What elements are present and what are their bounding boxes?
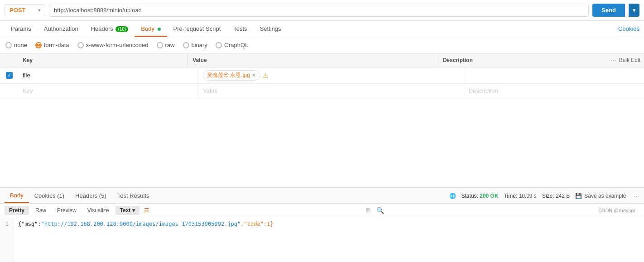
file-name: 灵魂莲华 永恩.jpg — [207, 71, 250, 79]
time-label: Time: 10.09 s — [504, 193, 537, 199]
tab-headers[interactable]: Headers (10) — [85, 21, 135, 37]
request-tabs: Params Authorization Headers (10) Body P… — [0, 21, 644, 37]
send-dropdown-button[interactable]: ▾ — [629, 4, 639, 17]
url-input[interactable] — [49, 4, 589, 17]
radio-urlencoded[interactable]: x-www-form-urlencoded — [77, 42, 149, 48]
status-code: 200 OK — [480, 193, 498, 199]
response-panel: Body Cookies (1) Headers (5) Test Result… — [0, 187, 644, 262]
format-visualize-button[interactable]: Visualize — [83, 206, 114, 215]
radio-none[interactable]: none — [5, 42, 27, 48]
radio-raw[interactable]: raw — [157, 42, 175, 48]
empty-table-row: Key Value Description — [0, 84, 644, 98]
body-type-radio-group: none form-data x-www-form-urlencoded raw… — [0, 37, 644, 53]
file-remove-icon[interactable]: ✕ — [252, 72, 256, 78]
format-pretty-button[interactable]: Pretty — [5, 206, 29, 215]
row-value-cell[interactable]: 灵魂莲华 永恩.jpg ✕ ⚠ — [198, 67, 464, 83]
response-tab-test-results[interactable]: Test Results — [112, 189, 155, 203]
text-format-chevron: ▾ — [132, 207, 135, 214]
empty-row-value[interactable]: Value — [198, 85, 464, 97]
tab-body[interactable]: Body — [135, 21, 167, 37]
code-url[interactable]: "http://192.168.200.128:9000/images/imag… — [41, 221, 241, 227]
format-lines-icon[interactable]: ☰ — [141, 205, 152, 215]
empty-row-key[interactable]: Key — [18, 84, 198, 98]
radio-graphql-circle — [216, 42, 222, 48]
csdn-badge: CSDN @mayupi — [598, 208, 639, 213]
cookies-link[interactable]: Cookies — [618, 21, 639, 37]
code-prefix: {"msg": — [18, 221, 41, 227]
size-label: Size: 242 B — [542, 193, 570, 199]
radio-form-data[interactable]: form-data — [35, 42, 69, 48]
table-header-check — [0, 53, 18, 67]
response-size: 242 B — [556, 193, 570, 199]
copy-icon[interactable]: ⎘ — [365, 206, 372, 215]
row-description-cell[interactable] — [464, 72, 644, 79]
radio-binary[interactable]: binary — [183, 42, 207, 48]
text-format-select[interactable]: Text ▾ — [115, 206, 140, 215]
row-checkbox-cell — [0, 72, 18, 79]
format-raw-button[interactable]: Raw — [31, 206, 51, 215]
bulk-edit-more-icon[interactable]: ··· — [611, 57, 616, 64]
table-header-description: Description — [438, 53, 608, 67]
tab-authorization[interactable]: Authorization — [38, 21, 85, 37]
table-header-actions: ··· Bulk Edit — [608, 53, 644, 67]
save-example-button[interactable]: 💾 Save as example — [575, 193, 626, 199]
method-label: POST — [10, 7, 25, 14]
tab-tests[interactable]: Tests — [227, 21, 253, 37]
format-toolbar: Pretty Raw Preview Visualize Text ▾ ☰ ⎘ … — [0, 204, 644, 217]
method-chevron: ▾ — [38, 8, 40, 13]
response-status-bar: 🌐 Status: 200 OK Time: 10.09 s Size: 242… — [449, 190, 639, 202]
body-dot — [158, 28, 161, 31]
line-number-gutter: 1 — [0, 217, 14, 262]
response-time: 10.09 s — [519, 193, 537, 199]
status-label: Status: 200 OK — [461, 193, 499, 199]
code-actions: ⎘ 🔍 — [365, 206, 386, 215]
tab-params[interactable]: Params — [5, 21, 38, 37]
tab-pre-request[interactable]: Pre-request Script — [167, 21, 227, 37]
bulk-edit-button[interactable]: Bulk Edit — [619, 57, 640, 63]
radio-graphql[interactable]: GraphQL — [216, 42, 248, 48]
format-preview-button[interactable]: Preview — [53, 206, 81, 215]
top-bar: POST ▾ Send ▾ — [0, 0, 644, 21]
response-tab-cookies[interactable]: Cookies (1) — [29, 189, 70, 203]
tab-settings[interactable]: Settings — [254, 21, 288, 37]
table-header-row: Key Value Description ··· Bulk Edit — [0, 53, 644, 67]
row-key-cell[interactable]: file — [18, 68, 198, 82]
table-header-key: Key — [18, 53, 188, 67]
radio-raw-circle — [157, 42, 163, 48]
file-tag: 灵魂莲华 永恩.jpg ✕ — [203, 70, 260, 81]
empty-row-description[interactable]: Description — [464, 84, 644, 98]
response-tab-body[interactable]: Body — [5, 188, 29, 203]
response-more-icon[interactable]: ··· — [634, 192, 639, 200]
radio-binary-circle — [183, 42, 189, 48]
radio-none-circle — [5, 42, 12, 48]
row-checkbox[interactable] — [6, 72, 13, 79]
code-output: {"msg":"http://192.168.200.128:9000/imag… — [14, 217, 644, 262]
radio-urlencoded-circle — [77, 42, 84, 48]
headers-badge: (10) — [115, 26, 128, 32]
response-body-viewer: 1 {"msg":"http://192.168.200.128:9000/im… — [0, 217, 644, 262]
warning-icon: ⚠ — [263, 72, 269, 79]
code-suffix: ,"code":1} — [240, 221, 273, 227]
search-code-icon[interactable]: 🔍 — [375, 206, 386, 215]
method-select[interactable]: POST ▾ — [5, 4, 45, 16]
globe-icon: 🌐 — [449, 193, 456, 199]
response-tab-headers[interactable]: Headers (5) — [70, 189, 112, 203]
table-row: file 灵魂莲华 永恩.jpg ✕ ⚠ — [0, 67, 644, 84]
send-button[interactable]: Send — [592, 4, 625, 17]
radio-form-data-circle — [35, 42, 42, 48]
form-data-table: Key Value Description ··· Bulk Edit file… — [0, 53, 644, 187]
response-tabs: Body Cookies (1) Headers (5) Test Result… — [0, 188, 644, 204]
save-icon: 💾 — [575, 193, 582, 199]
table-header-value: Value — [188, 53, 438, 67]
